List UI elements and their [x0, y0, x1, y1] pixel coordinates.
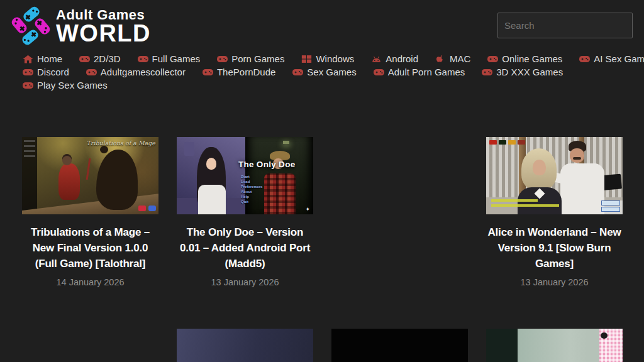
thumb-woman-face — [533, 160, 546, 175]
thumb-staff-shape — [86, 158, 91, 180]
thumb-menu-item: Load — [241, 180, 262, 184]
thumb-plaid-shirt — [264, 173, 296, 214]
thumb-subtitle-bar — [491, 199, 538, 202]
post-card: The Only Doe Start Load Preferences Abou… — [177, 137, 313, 287]
gamepad-icon — [138, 55, 148, 63]
gamepad-icon — [292, 68, 303, 77]
thumb-menu-item: About — [241, 190, 262, 194]
patreon-badge-icon — [138, 206, 146, 211]
thumb-man-face — [570, 148, 584, 163]
site-title: Adult Games WORLD — [56, 8, 151, 44]
nav-item-full-games[interactable]: Full Games — [138, 53, 201, 64]
thumb-menu-item: Quit — [241, 200, 262, 204]
post-thumbnail-tribulations-of-a-mage[interactable]: Tribulations of a Mage — [22, 137, 158, 214]
site-title-line2: WORLD — [56, 23, 151, 44]
post-card: Alice in Wonderland – New Version 9.1 [S… — [486, 137, 623, 287]
gamepad-icon — [217, 55, 228, 63]
android-icon — [371, 55, 382, 63]
thumb-game-menu: Start Load Preferences About Help Quit — [241, 175, 262, 204]
nav-item-android[interactable]: Android — [371, 53, 418, 64]
nav-item-windows[interactable]: Windows — [301, 53, 354, 64]
empty-grid-slot — [22, 329, 158, 362]
nav-item-theporndude[interactable]: ThePornDude — [203, 67, 275, 77]
post-card — [177, 329, 313, 362]
thumb-game-title-text: Tribulations of a Mage — [87, 140, 155, 146]
post-thumbnail-alice-in-wonderland[interactable] — [486, 137, 623, 214]
nav-item-play-sex-games[interactable]: Play Sex Games — [23, 80, 108, 90]
gamepad-icon — [79, 55, 90, 63]
post-thumbnail-partial[interactable] — [331, 329, 468, 362]
post-card — [486, 329, 623, 362]
thumb-mage-figure — [58, 163, 80, 200]
thumb-hud-icons — [489, 140, 525, 145]
site-logo[interactable]: Adult Games WORLD — [11, 6, 151, 46]
nav-item-ai-sex-games[interactable]: AI Sex Games — [579, 53, 644, 64]
gamepad-icon — [23, 81, 33, 90]
thumb-watermark-labels — [601, 200, 620, 212]
nav-item-adultgamescollector[interactable]: Adultgamescollector — [86, 67, 186, 77]
post-date: 13 January 2026 — [486, 277, 623, 287]
thumb-log-shape — [22, 192, 158, 214]
gamepad-icon — [203, 68, 213, 77]
post-date: 13 January 2026 — [177, 277, 313, 287]
nav-row-3: Play Sex Games — [23, 79, 633, 92]
gamepad-icon — [579, 55, 590, 63]
thumb-mage-head — [62, 156, 72, 165]
gamepad-icon — [86, 68, 97, 77]
empty-grid-slot — [331, 137, 468, 287]
post-title[interactable]: Tribulations of a Mage – New Final Versi… — [22, 224, 158, 272]
nav-item-3d-xxx-games[interactable]: 3D XXX Games — [482, 67, 563, 77]
site-header: Adult Games WORLD — [0, 0, 644, 47]
nav-row-1: Home 2D/3D Full Games Porn Games Windows… — [23, 52, 633, 65]
logo-gamepad-pinwheel-icon — [11, 6, 50, 46]
post-title[interactable]: The Only Doe – Version 0.01 – Added Andr… — [177, 224, 313, 272]
thumb-girl-face — [206, 158, 216, 170]
post-date: 14 January 2026 — [22, 277, 158, 287]
thumb-poster-shape — [184, 142, 194, 156]
home-icon — [23, 55, 33, 63]
discord-badge-icon — [148, 206, 156, 211]
thumb-menu-item: Preferences — [241, 185, 262, 189]
gamepad-icon — [482, 68, 492, 77]
gamepad-icon — [23, 68, 33, 77]
gamepad-icon — [374, 68, 384, 77]
nav-item-discord[interactable]: Discord — [23, 67, 69, 77]
thumb-lamp-shape — [283, 141, 289, 144]
thumb-menu-item: Start — [241, 175, 262, 179]
post-grid: Tribulations of a Mage Tribulations of a… — [0, 137, 644, 362]
thumb-man-mustache — [573, 157, 581, 160]
post-card — [331, 329, 468, 362]
sparkle-icon: ✦ — [305, 206, 310, 212]
nav-item-adult-porn-games[interactable]: Adult Porn Games — [374, 67, 465, 77]
main-nav: Home 2D/3D Full Games Porn Games Windows… — [0, 47, 644, 92]
thumb-bear-figure — [96, 150, 138, 210]
thumb-girl-shirt — [198, 185, 226, 214]
post-title[interactable]: Alice in Wonderland – New Version 9.1 [S… — [486, 224, 623, 272]
nav-item-mac[interactable]: MAC — [435, 53, 470, 64]
post-card: Tribulations of a Mage Tribulations of a… — [22, 137, 158, 287]
post-thumbnail-partial[interactable] — [486, 329, 623, 362]
nav-item-porn-games[interactable]: Porn Games — [217, 53, 284, 64]
thumb-bear-ear — [100, 146, 108, 153]
post-thumbnail-partial[interactable] — [177, 329, 313, 362]
nav-item-home[interactable]: Home — [23, 53, 62, 64]
thumb-menu-strip — [22, 137, 37, 214]
post-thumbnail-the-only-doe[interactable]: The Only Doe Start Load Preferences Abou… — [177, 137, 313, 214]
search-input[interactable] — [497, 13, 633, 38]
thumb-game-title-text: The Only Doe — [220, 160, 313, 169]
nav-item-online-games[interactable]: Online Games — [487, 53, 562, 64]
nav-row-2: Discord Adultgamescollector ThePornDude … — [23, 65, 633, 79]
thumb-man-shirt — [560, 163, 604, 214]
thumb-subtitle-bar — [491, 204, 559, 207]
windows-icon — [301, 55, 312, 63]
thumb-menu-item: Help — [241, 195, 262, 199]
nav-item-sex-games[interactable]: Sex Games — [292, 67, 356, 77]
apple-icon — [435, 55, 446, 63]
nav-item-2d3d[interactable]: 2D/3D — [79, 53, 121, 64]
gamepad-icon — [487, 55, 498, 63]
